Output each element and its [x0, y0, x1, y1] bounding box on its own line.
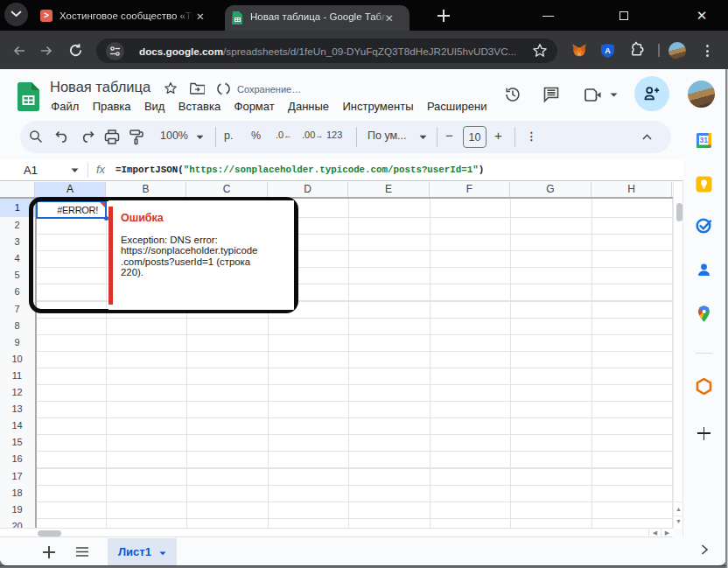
svg-text:31: 31 — [699, 136, 708, 144]
svg-text:A: A — [605, 46, 611, 55]
